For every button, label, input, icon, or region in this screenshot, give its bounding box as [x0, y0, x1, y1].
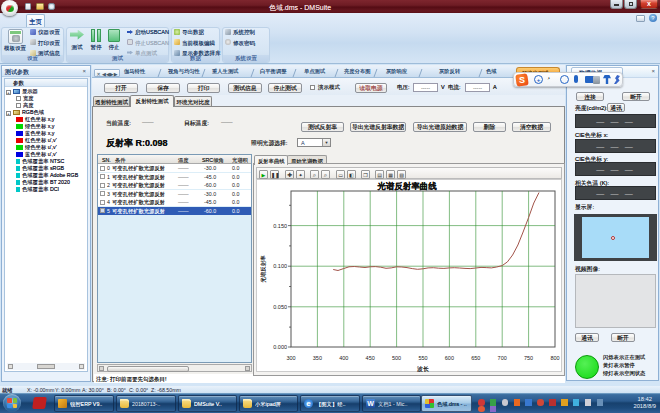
svg-text:300: 300	[286, 355, 295, 361]
svg-text:650: 650	[471, 355, 480, 361]
svg-text:0.150: 0.150	[273, 223, 287, 229]
svg-text:350: 350	[313, 355, 322, 361]
svg-text:800: 800	[550, 355, 559, 361]
svg-text:550: 550	[418, 355, 427, 361]
svg-text:750: 750	[524, 355, 533, 361]
svg-text:0.000: 0.000	[273, 344, 287, 350]
svg-text:450: 450	[366, 355, 375, 361]
svg-text:0.100: 0.100	[273, 263, 287, 269]
svg-text:700: 700	[498, 355, 507, 361]
svg-text:光谱反射率曲线: 光谱反射率曲线	[376, 181, 437, 191]
svg-text:0.050: 0.050	[273, 304, 287, 310]
svg-text:600: 600	[445, 355, 454, 361]
svg-text:400: 400	[339, 355, 348, 361]
svg-text:光谱反射率: 光谱反射率	[260, 255, 267, 283]
svg-text:500: 500	[392, 355, 401, 361]
svg-text:波长: 波长	[417, 366, 429, 372]
